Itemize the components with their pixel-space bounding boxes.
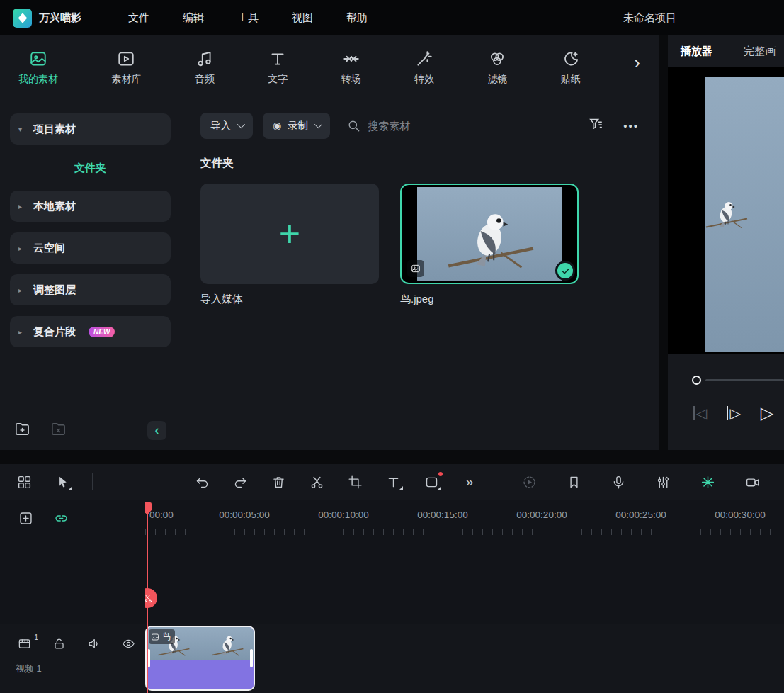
- seek-track[interactable]: [705, 379, 784, 381]
- voiceover-mic-icon[interactable]: [610, 473, 627, 490]
- mute-track-icon[interactable]: [85, 635, 102, 652]
- beat-detect-icon[interactable]: [699, 473, 716, 490]
- undo-icon[interactable]: [193, 473, 210, 490]
- import-button[interactable]: 导入: [200, 113, 253, 139]
- media-grid: + 导入媒体: [200, 184, 642, 306]
- seek-knob[interactable]: [692, 376, 701, 385]
- toolbar-divider: [92, 473, 93, 490]
- menu-help[interactable]: 帮助: [346, 11, 368, 25]
- image-icon: [411, 264, 421, 274]
- ruler-label: 00:00:05:00: [219, 509, 269, 520]
- sidebar-item-local-media[interactable]: ▸ 本地素材: [10, 191, 171, 222]
- video-preview[interactable]: [668, 67, 784, 354]
- timeline-body: 1 视频 1: [0, 500, 784, 693]
- tab-effects[interactable]: 特效: [414, 50, 434, 86]
- media-category-tabs: 我的素材 素材库 音频 文字 转场: [0, 35, 659, 99]
- tabs-overflow-button[interactable]: ›: [634, 53, 640, 81]
- menu-view[interactable]: 视图: [292, 11, 313, 25]
- sidebar-item-cloud[interactable]: ▸ 云空间: [10, 232, 171, 264]
- next-frame-button[interactable]: ▷: [727, 406, 740, 420]
- tab-stickers[interactable]: 贴纸: [561, 50, 581, 86]
- timeline-clip-bird[interactable]: 鸟: [145, 626, 255, 691]
- import-tile-wrap: + 导入媒体: [200, 184, 379, 306]
- text-tool-icon[interactable]: [385, 473, 402, 490]
- sidebar-item-folder[interactable]: 文件夹: [10, 154, 171, 182]
- clip-body: [147, 660, 254, 689]
- video-track-lane[interactable]: 鸟: [145, 624, 784, 693]
- prev-frame-button[interactable]: ◁: [693, 406, 707, 420]
- playhead-scissors-button[interactable]: [145, 588, 157, 608]
- timeline-ruler[interactable]: 00:00 00:00:05:00 00:00:10:00 00:00:15:0…: [145, 500, 784, 542]
- select-tool-icon[interactable]: [54, 473, 71, 490]
- menu-file[interactable]: 文件: [128, 11, 149, 25]
- audio-mixer-icon[interactable]: [654, 473, 671, 490]
- import-tile-label: 导入媒体: [200, 293, 379, 306]
- clip-trim-handle-right[interactable]: [250, 649, 253, 667]
- more-options-button[interactable]: •••: [623, 120, 639, 132]
- ruler-label: 00:00:25:00: [615, 509, 666, 520]
- record-button[interactable]: ◉ 录制: [263, 113, 330, 139]
- media-tile-bird[interactable]: [400, 184, 579, 284]
- timeline-section: »: [0, 464, 784, 693]
- tab-player[interactable]: 播放器: [681, 45, 712, 58]
- tab-full-view[interactable]: 完整画: [744, 45, 776, 58]
- preview-image: [705, 77, 784, 352]
- sidebar-item-label: 复合片段: [33, 325, 76, 339]
- tab-text[interactable]: 文字: [268, 50, 288, 86]
- track-type-icon: 1: [16, 635, 33, 652]
- record-button-label: 录制: [288, 119, 308, 133]
- stock-media-icon: [117, 50, 135, 68]
- my-media-icon: [29, 50, 47, 68]
- search-input[interactable]: [368, 120, 488, 132]
- sidebar-item-compound-clip[interactable]: ▸ 复合片段 NEW: [10, 316, 171, 347]
- import-media-tile[interactable]: +: [200, 184, 379, 284]
- tab-my-media[interactable]: 我的素材: [18, 50, 58, 86]
- app-logo-icon: [13, 9, 32, 28]
- marker-icon[interactable]: [565, 473, 582, 490]
- expand-right-icon[interactable]: ▸: [18, 244, 26, 252]
- search-icon: [347, 119, 360, 133]
- render-preview-icon[interactable]: [521, 473, 538, 490]
- mask-tool-icon[interactable]: [423, 473, 440, 490]
- hide-track-icon[interactable]: [120, 635, 137, 652]
- menu-tools[interactable]: 工具: [237, 11, 259, 25]
- seek-bar: [668, 376, 784, 385]
- redo-icon[interactable]: [232, 473, 249, 490]
- filter-icon[interactable]: [588, 116, 603, 135]
- tab-filters[interactable]: 滤镜: [487, 50, 507, 86]
- auto-ripple-link-icon[interactable]: [52, 509, 69, 526]
- effects-icon: [415, 50, 433, 68]
- add-folder-icon[interactable]: [14, 421, 30, 440]
- tab-stock-media[interactable]: 素材库: [111, 50, 141, 86]
- bird-thumbnail: [417, 187, 562, 281]
- expand-right-icon[interactable]: ▸: [18, 203, 26, 210]
- lock-track-icon[interactable]: [50, 635, 67, 652]
- import-button-label: 导入: [210, 119, 231, 133]
- timeline-track-header: 1 视频 1: [0, 500, 145, 693]
- expand-down-icon[interactable]: ▾: [18, 125, 26, 133]
- ruler-label: 00:00:10:00: [318, 509, 368, 520]
- tab-label: 滤镜: [487, 73, 507, 86]
- snapshot-icon[interactable]: [744, 473, 761, 490]
- media-content-panel: 导入 ◉ 录制: [181, 99, 659, 450]
- play-button[interactable]: ▷: [761, 405, 773, 422]
- collapse-panel-button[interactable]: ‹: [147, 421, 166, 440]
- add-track-icon[interactable]: [17, 509, 34, 526]
- expand-right-icon[interactable]: ▸: [18, 328, 26, 336]
- tab-transitions[interactable]: 转场: [341, 50, 361, 86]
- tab-label: 转场: [341, 73, 361, 86]
- tab-audio[interactable]: 音频: [195, 50, 215, 86]
- track-layout-icon[interactable]: [16, 473, 33, 490]
- menu-edit[interactable]: 编辑: [183, 11, 204, 25]
- tab-label: 素材库: [111, 73, 141, 86]
- delete-icon[interactable]: [270, 473, 287, 490]
- player-tabs: 播放器 完整画: [668, 35, 784, 67]
- timeline-canvas[interactable]: 00:00 00:00:05:00 00:00:10:00 00:00:15:0…: [145, 500, 784, 693]
- crop-icon[interactable]: [346, 473, 363, 490]
- sidebar-item-adjustment-layer[interactable]: ▸ 调整图层: [10, 274, 171, 305]
- ruler-label: 00:00: [149, 509, 174, 520]
- sidebar-item-project-media[interactable]: ▾ 项目素材: [10, 113, 171, 145]
- split-scissors-icon[interactable]: [308, 473, 325, 490]
- expand-right-icon[interactable]: ▸: [18, 286, 26, 294]
- more-tools-icon[interactable]: »: [461, 473, 478, 490]
